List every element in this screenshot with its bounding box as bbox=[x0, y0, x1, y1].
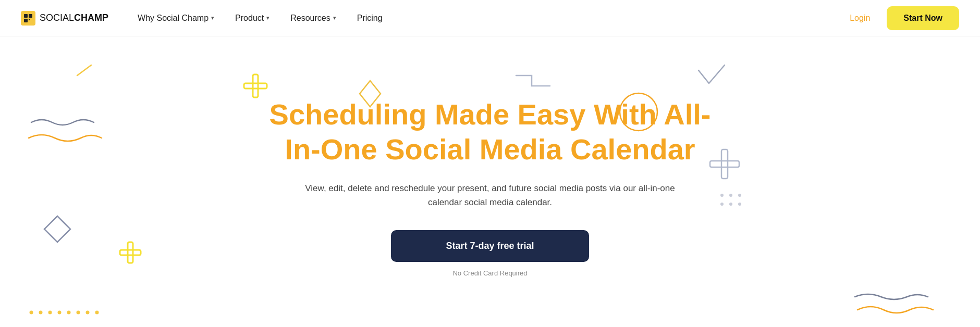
svg-point-12 bbox=[729, 194, 732, 197]
svg-rect-3 bbox=[29, 19, 30, 20]
hero-section: Scheduling Made Easy With All-In-One Soc… bbox=[0, 36, 980, 327]
navbar: SOCIALCHAMP Why Social Champ ▾ Product ▾… bbox=[0, 0, 980, 36]
nav-right: Login Start Now bbox=[841, 6, 959, 30]
svg-point-23 bbox=[58, 311, 62, 315]
svg-point-25 bbox=[77, 311, 80, 315]
svg-point-21 bbox=[39, 311, 43, 315]
nav-item-resources[interactable]: Resources ▾ bbox=[282, 9, 344, 27]
svg-rect-2 bbox=[24, 19, 28, 22]
svg-rect-6 bbox=[244, 83, 267, 89]
trial-button[interactable]: Start 7-day free trial bbox=[391, 230, 589, 262]
hero-title: Scheduling Made Easy With All-In-One Soc… bbox=[255, 97, 725, 167]
svg-point-13 bbox=[738, 194, 741, 197]
start-now-button[interactable]: Start Now bbox=[887, 6, 959, 30]
logo-text: SOCIALCHAMP bbox=[40, 12, 108, 23]
login-link[interactable]: Login bbox=[841, 9, 878, 27]
hero-subtitle: View, edit, delete and reschedule your p… bbox=[302, 181, 678, 209]
logo[interactable]: SOCIALCHAMP bbox=[21, 11, 108, 26]
svg-point-24 bbox=[67, 311, 71, 315]
svg-rect-5 bbox=[253, 74, 258, 97]
logo-icon bbox=[21, 11, 35, 26]
chevron-down-icon: ▾ bbox=[211, 15, 214, 21]
svg-marker-17 bbox=[44, 216, 70, 242]
svg-rect-1 bbox=[29, 14, 32, 18]
svg-point-20 bbox=[30, 311, 33, 315]
chevron-down-icon: ▾ bbox=[333, 15, 336, 21]
svg-rect-0 bbox=[24, 14, 28, 18]
svg-point-26 bbox=[86, 311, 90, 315]
svg-line-4 bbox=[77, 65, 91, 76]
nav-item-product[interactable]: Product ▾ bbox=[227, 9, 278, 27]
chevron-down-icon: ▾ bbox=[266, 15, 270, 21]
nav-item-why-social-champ[interactable]: Why Social Champ ▾ bbox=[129, 9, 223, 27]
nav-items: Why Social Champ ▾ Product ▾ Resources ▾… bbox=[129, 9, 841, 27]
svg-rect-18 bbox=[128, 242, 133, 263]
svg-point-15 bbox=[729, 203, 732, 206]
svg-rect-19 bbox=[120, 250, 141, 255]
hero-content: Scheduling Made Easy With All-In-One Soc… bbox=[255, 97, 725, 278]
svg-point-16 bbox=[738, 203, 741, 206]
no-credit-card-text: No Credit Card Required bbox=[452, 269, 527, 277]
svg-point-27 bbox=[95, 311, 99, 315]
svg-point-22 bbox=[48, 311, 52, 315]
nav-item-pricing[interactable]: Pricing bbox=[349, 9, 391, 27]
